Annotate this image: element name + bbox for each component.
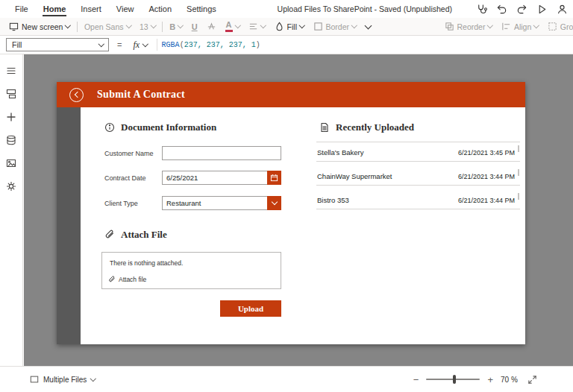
main-menu: File Home Insert View Action Settings — [0, 0, 224, 18]
close-paren: ) — [256, 41, 260, 49]
zoom-percent-sign: % — [511, 376, 518, 384]
more-formatting-button[interactable] — [361, 18, 375, 35]
align-icon — [501, 22, 511, 31]
fx-label: fx — [133, 39, 140, 51]
undo-icon[interactable] — [495, 2, 508, 16]
strikethrough-button[interactable] — [202, 18, 221, 35]
gallery-item-timestamp: 6/21/2021 3:44 PM — [458, 197, 515, 204]
gallery-item-scrollbar — [518, 169, 519, 176]
bold-button[interactable]: B — [165, 18, 187, 35]
screen-icon — [9, 22, 19, 31]
calendar-button[interactable] — [267, 171, 281, 185]
property-value: Fill — [12, 40, 22, 49]
attach-file-label: Attach File — [121, 229, 167, 241]
insert-icon[interactable] — [0, 105, 23, 128]
gallery-divider — [316, 209, 520, 209]
gallery-item-scrollbar — [518, 193, 519, 200]
app-checker-icon[interactable] — [475, 2, 488, 16]
underline-button[interactable]: U — [187, 18, 202, 35]
contract-date-label: Contract Date — [104, 174, 146, 182]
screen-selector[interactable]: Multiple Files — [30, 375, 96, 384]
upload-button[interactable]: Upload — [220, 300, 281, 317]
gallery-item-name[interactable]: ChainWay Supermarket — [317, 172, 392, 180]
screen-icon — [30, 375, 39, 384]
back-button[interactable] — [69, 88, 84, 102]
menu-settings[interactable]: Settings — [179, 0, 224, 18]
contract-date-input[interactable] — [162, 171, 281, 185]
calendar-icon — [270, 174, 278, 182]
text-align-icon — [248, 22, 258, 31]
zoom-level-value: 70 — [501, 376, 509, 384]
app-header-title: Submit A Contract — [97, 89, 185, 101]
left-rail — [0, 54, 23, 367]
align-label: Align — [514, 22, 531, 31]
font-color-button[interactable]: A — [221, 18, 245, 35]
border-button[interactable]: Border — [309, 18, 361, 35]
document-information-heading: Document Information — [104, 121, 216, 133]
gallery-item-timestamp: 6/21/2021 3:45 PM — [458, 149, 515, 157]
redo-icon[interactable] — [515, 2, 528, 16]
zoom-out-button[interactable]: − — [413, 375, 419, 385]
client-type-dropdown-button[interactable] — [267, 196, 281, 210]
zoom-in-button[interactable]: + — [487, 375, 493, 385]
border-icon — [313, 22, 323, 31]
zoom-slider[interactable] — [426, 379, 480, 380]
fx-dropdown[interactable]: fx — [128, 39, 151, 51]
app-header: Submit A Contract — [57, 82, 525, 107]
client-type-value: Restaurant — [166, 199, 201, 207]
menu-view[interactable]: View — [109, 0, 142, 18]
formula-input[interactable]: RGBA(237, 237, 237, 1) — [162, 41, 260, 49]
menu-insert[interactable]: Insert — [73, 0, 109, 18]
property-selector[interactable]: Fill — [6, 38, 109, 51]
font-color-icon: A — [225, 21, 233, 32]
group-button[interactable]: Group — [543, 18, 573, 35]
app-screen[interactable]: Submit A Contract Document Information C… — [57, 82, 525, 344]
gallery-item-timestamp: 6/21/2021 3:44 PM — [458, 173, 515, 180]
document-information-label: Document Information — [121, 121, 216, 133]
attach-file-link[interactable]: Attach file — [108, 276, 146, 283]
expand-menu-icon[interactable] — [0, 59, 23, 82]
border-label: Border — [326, 22, 350, 31]
design-canvas[interactable]: Submit A Contract Document Information C… — [24, 54, 573, 367]
menu-file[interactable]: File — [7, 0, 36, 18]
equals-sign: = — [117, 40, 122, 49]
alignment-button[interactable] — [244, 18, 270, 35]
formula-arguments: 237, 237, 237, 1 — [184, 41, 256, 49]
fill-label: Fill — [287, 22, 297, 31]
fill-button[interactable]: Fill — [270, 18, 309, 35]
gallery-item-scrollbar — [518, 145, 519, 152]
play-icon[interactable] — [535, 2, 548, 16]
account-icon[interactable] — [555, 2, 569, 16]
font-family-value: Open Sans — [84, 22, 124, 31]
info-icon — [104, 122, 115, 133]
data-sources-icon[interactable] — [0, 128, 23, 151]
menu-action[interactable]: Action — [141, 0, 179, 18]
zoom-slider-handle[interactable] — [453, 375, 456, 384]
menu-home[interactable]: Home — [36, 0, 74, 18]
recently-uploaded-label: Recently Uploaded — [336, 121, 414, 133]
group-icon — [548, 22, 557, 31]
status-bar: Multiple Files − + 70 % — [0, 366, 573, 392]
fullscreen-icon[interactable] — [525, 373, 539, 386]
screen-selector-label: Multiple Files — [43, 376, 87, 384]
gallery-item-name[interactable]: Bistro 353 — [317, 196, 349, 204]
attach-file-link-label: Attach file — [119, 276, 146, 283]
paperclip-icon — [104, 230, 115, 240]
align-button[interactable]: Align — [497, 18, 543, 35]
reorder-button[interactable]: Reorder — [440, 18, 497, 35]
font-family-dropdown[interactable]: Open Sans — [80, 18, 135, 35]
document-icon — [319, 122, 330, 133]
tree-view-icon[interactable] — [0, 82, 23, 105]
new-screen-button[interactable]: New screen — [4, 18, 75, 35]
gallery-item-name[interactable]: Stella's Bakery — [317, 148, 364, 157]
font-size-value: 13 — [140, 22, 148, 31]
advanced-tools-icon[interactable] — [0, 174, 23, 197]
home-toolbar: New screen Open Sans 13 B U A — [0, 18, 573, 36]
media-icon[interactable] — [0, 151, 23, 174]
attach-file-heading: Attach File — [104, 229, 167, 241]
font-size-dropdown[interactable]: 13 — [135, 18, 160, 35]
menubar-actions — [475, 0, 569, 18]
client-type-dropdown[interactable]: Restaurant — [162, 196, 281, 210]
customer-name-input[interactable] — [162, 146, 281, 160]
underline-label: U — [192, 22, 198, 31]
